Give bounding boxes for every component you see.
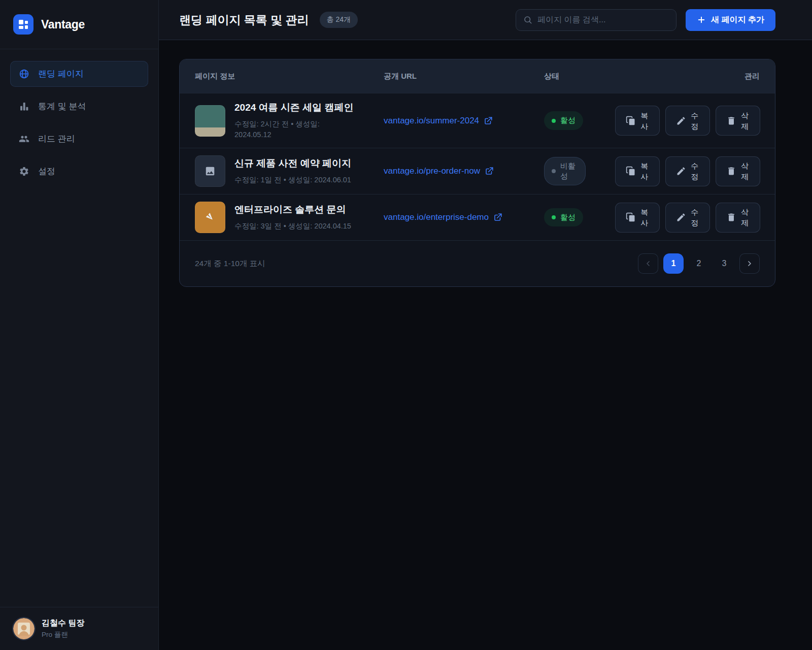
user-name: 김철수 팀장 bbox=[42, 618, 84, 629]
brand-header: Vantage bbox=[0, 0, 158, 49]
delete-button[interactable]: 삭제 bbox=[716, 203, 760, 233]
edit-label: 수정 bbox=[691, 110, 699, 132]
status-cell: 비활성 bbox=[544, 157, 615, 186]
page-url-link[interactable]: vantage.io/pre-order-now bbox=[384, 166, 494, 176]
status-dot-icon bbox=[552, 119, 556, 123]
external-link-icon bbox=[485, 167, 494, 176]
page-title-text: 신규 제품 사전 예약 페이지 bbox=[234, 156, 358, 171]
delete-button[interactable]: 삭제 bbox=[716, 106, 760, 136]
sidebar-item-label: 랜딩 페이지 bbox=[38, 68, 84, 80]
brand-name: Vantage bbox=[41, 18, 85, 31]
actions-cell: 복사 수정 삭제 bbox=[615, 203, 760, 233]
copy-button[interactable]: 복사 bbox=[615, 106, 660, 136]
page-text: 신규 제품 사전 예약 페이지 수정일: 1일 전 • 생성일: 2024.06… bbox=[234, 156, 358, 185]
sidebar-item-analytics[interactable]: 통계 및 분석 bbox=[10, 93, 148, 119]
page-url-link[interactable]: vantage.io/enterprise-demo bbox=[384, 212, 502, 222]
page-text: 엔터프라이즈 솔루션 문의 수정일: 3일 전 • 생성일: 2024.04.1… bbox=[234, 203, 358, 232]
column-public-url: 공개 URL bbox=[384, 72, 544, 81]
url-text: vantage.io/enterprise-demo bbox=[384, 212, 489, 222]
page-thumbnail bbox=[195, 202, 225, 233]
edit-label: 수정 bbox=[691, 160, 699, 182]
image-icon bbox=[205, 166, 216, 177]
search-icon bbox=[523, 15, 532, 24]
sidebar-item-leads[interactable]: 리드 관리 bbox=[10, 126, 148, 152]
edit-button[interactable]: 수정 bbox=[665, 203, 710, 233]
page-url-link[interactable]: vantage.io/summer-2024 bbox=[384, 116, 493, 126]
results-summary: 24개 중 1-10개 표시 bbox=[195, 258, 265, 269]
column-status: 상태 bbox=[544, 72, 615, 81]
page-info-cell: 2024 여름 시즌 세일 캠페인 수정일: 2시간 전 • 생성일: 2024… bbox=[195, 101, 384, 141]
page-title: 랜딩 페이지 목록 및 관리 bbox=[179, 12, 309, 28]
page-button-1[interactable]: 1 bbox=[663, 253, 684, 274]
gear-icon bbox=[19, 166, 29, 177]
total-count-badge: 총 24개 bbox=[320, 12, 358, 28]
delete-button[interactable]: 삭제 bbox=[716, 156, 760, 186]
page-thumbnail bbox=[195, 155, 225, 187]
main-area: 랜딩 페이지 목록 및 관리 총 24개 새 페이지 추가 페이지 정보 bbox=[159, 0, 812, 650]
page-meta: 수정일: 1일 전 • 생성일: 2024.06.01 bbox=[234, 175, 358, 186]
page-button-2[interactable]: 2 bbox=[689, 253, 709, 274]
avatar bbox=[13, 618, 35, 639]
status-cell: 활성 bbox=[544, 208, 615, 226]
status-label: 활성 bbox=[560, 212, 576, 222]
copy-icon bbox=[626, 116, 636, 126]
page-meta: 수정일: 2시간 전 • 생성일: 2024.05.12 bbox=[234, 119, 358, 141]
page-info-cell: 신규 제품 사전 예약 페이지 수정일: 1일 전 • 생성일: 2024.06… bbox=[195, 155, 384, 187]
sidebar-item-label: 설정 bbox=[38, 166, 55, 177]
status-label: 활성 bbox=[560, 115, 576, 125]
edit-button[interactable]: 수정 bbox=[665, 106, 710, 136]
delete-label: 삭제 bbox=[741, 110, 750, 132]
edit-icon bbox=[676, 116, 686, 126]
chevron-left-icon bbox=[644, 259, 652, 268]
sidebar-nav: 랜딩 페이지 통계 및 분석 리드 관리 bbox=[0, 49, 158, 196]
edit-icon bbox=[676, 212, 686, 222]
topbar: 랜딩 페이지 목록 및 관리 총 24개 새 페이지 추가 bbox=[159, 0, 812, 40]
next-page-button[interactable] bbox=[739, 253, 760, 274]
copy-icon bbox=[626, 166, 636, 176]
external-link-icon bbox=[484, 116, 493, 125]
url-text: vantage.io/summer-2024 bbox=[384, 116, 479, 126]
edit-label: 수정 bbox=[691, 207, 699, 228]
status-dot-icon bbox=[552, 215, 556, 219]
copy-button[interactable]: 복사 bbox=[615, 156, 660, 186]
trash-icon bbox=[726, 212, 736, 222]
user-info: 김철수 팀장 Pro 플랜 bbox=[42, 618, 84, 639]
table-row: 엔터프라이즈 솔루션 문의 수정일: 3일 전 • 생성일: 2024.04.1… bbox=[180, 194, 775, 240]
pages-table-card: 페이지 정보 공개 URL 상태 관리 2024 여름 시즌 세일 캠페인 수정… bbox=[179, 59, 775, 287]
globe-icon bbox=[19, 69, 29, 79]
actions-cell: 복사 수정 삭제 bbox=[615, 106, 760, 136]
prev-page-button[interactable] bbox=[638, 253, 658, 274]
copy-label: 복사 bbox=[640, 160, 649, 182]
edit-button[interactable]: 수정 bbox=[665, 156, 710, 186]
table-header: 페이지 정보 공개 URL 상태 관리 bbox=[180, 59, 775, 93]
search-input[interactable] bbox=[537, 15, 669, 24]
status-badge: 활성 bbox=[544, 208, 583, 226]
add-page-label: 새 페이지 추가 bbox=[711, 15, 764, 25]
page-text: 2024 여름 시즌 세일 캠페인 수정일: 2시간 전 • 생성일: 2024… bbox=[234, 101, 358, 141]
page-button-3[interactable]: 3 bbox=[714, 253, 734, 274]
page-meta: 수정일: 3일 전 • 생성일: 2024.04.15 bbox=[234, 221, 358, 232]
add-page-button[interactable]: 새 페이지 추가 bbox=[686, 9, 775, 31]
column-page-info: 페이지 정보 bbox=[195, 72, 384, 81]
actions-cell: 복사 수정 삭제 bbox=[615, 156, 760, 186]
public-url-cell: vantage.io/pre-order-now bbox=[384, 166, 544, 176]
user-profile[interactable]: 김철수 팀장 Pro 플랜 bbox=[0, 607, 158, 650]
column-manage: 관리 bbox=[615, 72, 760, 81]
table-row: 신규 제품 사전 예약 페이지 수정일: 1일 전 • 생성일: 2024.06… bbox=[180, 148, 775, 194]
page-thumbnail bbox=[195, 105, 225, 137]
trash-icon bbox=[726, 116, 736, 126]
chevron-right-icon bbox=[746, 259, 754, 268]
delete-label: 삭제 bbox=[741, 207, 750, 228]
sidebar-item-landing-pages[interactable]: 랜딩 페이지 bbox=[10, 61, 148, 87]
search-box[interactable] bbox=[516, 9, 676, 31]
copy-button[interactable]: 복사 bbox=[615, 203, 660, 233]
sidebar-item-settings[interactable]: 설정 bbox=[10, 158, 148, 184]
sidebar-item-label: 리드 관리 bbox=[38, 133, 75, 145]
public-url-cell: vantage.io/enterprise-demo bbox=[384, 212, 544, 222]
bar-chart-icon bbox=[19, 101, 29, 112]
url-text: vantage.io/pre-order-now bbox=[384, 166, 480, 176]
logo-icon bbox=[13, 14, 33, 35]
status-cell: 활성 bbox=[544, 111, 615, 129]
users-icon bbox=[19, 134, 29, 144]
copy-label: 복사 bbox=[640, 207, 649, 228]
